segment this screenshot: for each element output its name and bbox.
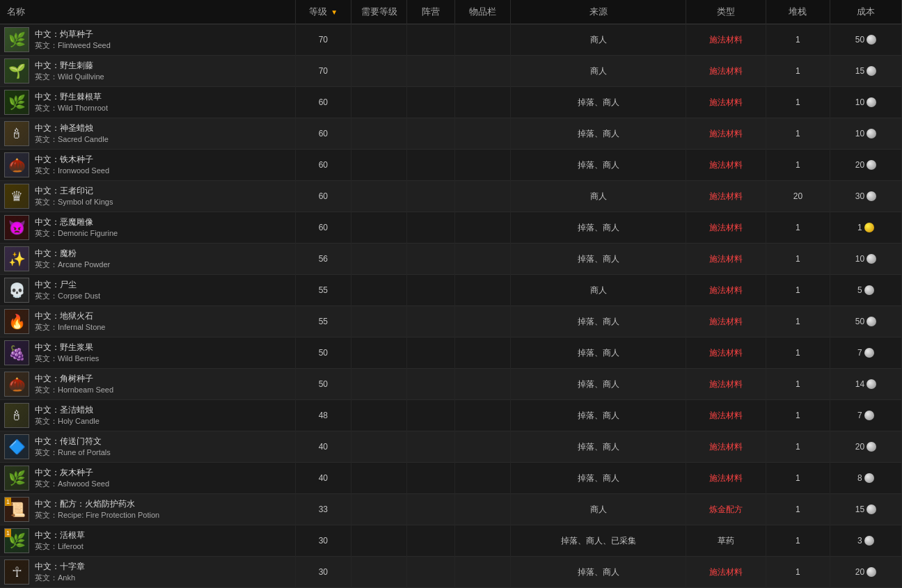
item-req-level: [351, 369, 406, 400]
cost-value: 14: [855, 379, 864, 389]
item-slot: [454, 431, 510, 463]
item-name-zh: 中文：王者印记: [35, 185, 113, 197]
item-req-level: [351, 431, 406, 463]
item-stack: 1: [766, 557, 830, 588]
item-source: 掉落、商人: [511, 463, 686, 494]
item-type: 施法材料: [686, 212, 766, 244]
table-row[interactable]: 🌿中文：灰木种子英文：Ashwood Seed40掉落、商人施法材料18: [0, 463, 902, 494]
table-row[interactable]: 🔷中文：传送门符文英文：Rune of Portals40掉落、商人施法材料12…: [0, 431, 902, 463]
item-req-level: [351, 56, 406, 87]
item-level: 70: [295, 24, 351, 56]
item-level: 40: [295, 463, 351, 494]
item-icon-inner: 🍇: [5, 341, 29, 365]
table-row[interactable]: 1🌿中文：活根草英文：Liferoot30掉落、商人、已采集草药13: [0, 525, 902, 557]
item-faction: [407, 369, 455, 400]
item-icon: 🌿: [4, 90, 29, 115]
cost-value: 8: [857, 473, 862, 483]
item-faction: [407, 56, 455, 87]
cost-value: 50: [855, 35, 864, 45]
item-type: 施法材料: [686, 150, 766, 181]
silver-coin-icon: [867, 160, 876, 170]
item-name-en: 英文：Holy Candle: [35, 416, 100, 427]
silver-coin-icon: [867, 35, 876, 45]
col-faction: 阵营: [407, 0, 455, 24]
item-icon: 1🌿: [4, 528, 29, 553]
item-type: 施法材料: [686, 557, 766, 588]
table-row[interactable]: ☥中文：十字章英文：Ankh30掉落、商人施法材料120: [0, 557, 902, 588]
item-name-en: 英文：Arcane Powder: [35, 260, 110, 270]
item-req-level: [351, 400, 406, 431]
table-row[interactable]: 🍇中文：野生浆果英文：Wild Berries50掉落、商人施法材料17: [0, 337, 902, 369]
table-row[interactable]: 🕯中文：神圣蜡烛英文：Sacred Candle60掉落、商人施法材料110: [0, 118, 902, 150]
table-row[interactable]: 🌿中文：灼草种子英文：Flintweed Seed70商人施法材料150: [0, 24, 902, 56]
table-row[interactable]: 👿中文：恶魔雕像英文：Demonic Figurine60掉落、商人施法材料11: [0, 212, 902, 244]
item-stack: 1: [766, 400, 830, 431]
item-slot: [454, 24, 510, 56]
item-level: 55: [295, 306, 351, 337]
item-name-zh: 中文：野生刺藤: [35, 60, 104, 72]
item-level: 60: [295, 87, 351, 118]
cost-value: 10: [855, 254, 864, 264]
item-slot: [454, 244, 510, 275]
item-stack: 20: [766, 181, 830, 212]
item-slot: [454, 494, 510, 525]
item-cost: 10: [830, 87, 901, 118]
table-row[interactable]: ♛中文：王者印记英文：Symbol of Kings60商人施法材料2030: [0, 181, 902, 212]
item-type: 施法材料: [686, 369, 766, 400]
item-source: 商人: [511, 181, 686, 212]
item-cost: 20: [830, 557, 901, 588]
table-row[interactable]: 🌰中文：角树种子英文：Hornbeam Seed50掉落、商人施法材料114: [0, 369, 902, 400]
item-stack: 1: [766, 87, 830, 118]
item-stack: 1: [766, 56, 830, 87]
item-slot: [454, 118, 510, 150]
item-req-level: [351, 118, 406, 150]
item-type: 施法材料: [686, 181, 766, 212]
item-name-cell: 🌰中文：角树种子英文：Hornbeam Seed: [0, 369, 295, 400]
item-name-zh: 中文：魔粉: [35, 248, 110, 260]
table-row[interactable]: 💀中文：尸尘英文：Corpse Dust55商人施法材料15: [0, 275, 902, 306]
item-icon-inner: 🕯: [5, 122, 29, 145]
item-name-en: 英文：Infernal Stone: [35, 322, 106, 333]
item-cost: 30: [830, 181, 901, 212]
sort-arrow-icon: ▼: [331, 8, 338, 16]
item-slot: [454, 525, 510, 557]
table-row[interactable]: 🔥中文：地狱火石英文：Infernal Stone55掉落、商人施法材料150: [0, 306, 902, 337]
item-icon-inner: 🔷: [5, 435, 29, 459]
item-icon: 🍇: [4, 340, 29, 365]
item-source: 商人: [511, 56, 686, 87]
item-faction: [407, 557, 455, 588]
col-type: 类型: [686, 0, 766, 24]
item-icon-inner: 🌰: [5, 153, 29, 177]
cost-value: 10: [855, 129, 864, 138]
item-name-zh: 中文：铁木种子: [35, 154, 109, 166]
item-level: 60: [295, 212, 351, 244]
col-stack: 堆栈: [766, 0, 830, 24]
table-row[interactable]: 🌱中文：野生刺藤英文：Wild Quillvine70商人施法材料115: [0, 56, 902, 87]
item-slot: [454, 306, 510, 337]
item-faction: [407, 306, 455, 337]
table-row[interactable]: 1📜中文：配方：火焰防护药水英文：Recipe: Fire Protection…: [0, 494, 902, 525]
col-req-level: 需要等级: [351, 0, 406, 24]
col-level[interactable]: 等级 ▼: [295, 0, 351, 24]
table-row[interactable]: 🌿中文：野生棘根草英文：Wild Thornroot60掉落、商人施法材料110: [0, 87, 902, 118]
item-faction: [407, 525, 455, 557]
item-type: 施法材料: [686, 306, 766, 337]
col-level-label: 等级: [309, 6, 327, 17]
item-icon-inner: ♛: [5, 184, 29, 208]
item-name-en: 英文：Wild Thornroot: [35, 103, 108, 113]
table-row[interactable]: ✨中文：魔粉英文：Arcane Powder56掉落、商人施法材料110: [0, 244, 902, 275]
item-cost: 15: [830, 56, 901, 87]
item-icon-inner: 👿: [5, 216, 29, 239]
item-type: 施法材料: [686, 244, 766, 275]
item-name-zh: 中文：灰木种子: [35, 467, 109, 479]
silver-coin-icon: [867, 97, 876, 107]
item-source: 掉落、商人: [511, 118, 686, 150]
table-header-row: 名称 等级 ▼ 需要等级 阵营 物品栏 来源 类型 堆栈 成本: [0, 0, 902, 24]
table-row[interactable]: 🕯中文：圣洁蜡烛英文：Holy Candle48掉落、商人施法材料17: [0, 400, 902, 431]
item-cost: 50: [830, 306, 901, 337]
table-row[interactable]: 🌰中文：铁木种子英文：Ironwood Seed60掉落、商人施法材料120: [0, 150, 902, 181]
item-cost: 14: [830, 369, 901, 400]
item-name-en: 英文：Ankh: [35, 573, 85, 583]
item-name-en: 英文：Recipe: Fire Protection Potion: [35, 510, 159, 521]
cost-value: 10: [855, 97, 864, 107]
